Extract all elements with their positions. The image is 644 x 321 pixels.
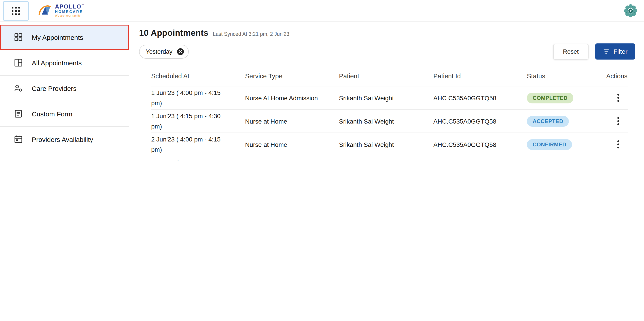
user-gear-icon [14, 83, 23, 93]
teal-flower-icon [623, 3, 638, 18]
sidebar-item-label: Providers Availability [32, 135, 93, 143]
sidebar-item-custom-form[interactable]: Custom Form [0, 101, 129, 127]
filter-chip-yesterday: Yesterday [139, 45, 188, 59]
status-badge: ACCEPTED [527, 116, 569, 127]
cell-actions [603, 116, 628, 127]
row-actions-menu-button[interactable] [614, 139, 622, 150]
table-row: 1 Jun'23 ( 4:15 pm - 4:30 pm) Nurse at H… [151, 110, 628, 133]
cell-status: COMPLETED [527, 93, 603, 103]
circle-x-icon [176, 48, 184, 55]
logo-tagline: We are your family [55, 15, 85, 18]
vertical-ellipsis-icon [617, 140, 620, 149]
cell-status: ACCEPTED [527, 116, 603, 127]
logo-mark-icon [38, 3, 52, 18]
cell-status: CONFIRMED [527, 139, 603, 150]
table-header-row: Scheduled At Service Type Patient Patien… [151, 66, 628, 86]
apollo-homecare-logo: APOLLO™ HOMECARE We are your family [38, 3, 85, 18]
column-header-service-type: Service Type [245, 73, 339, 80]
cell-scheduled-at: 1 Jun'23 ( 4:00 pm - 4:15 pm) [151, 88, 245, 108]
filter-button-label: Filter [614, 48, 628, 55]
cell-patient-id: AHC.C535A0GGTQ58 [433, 94, 527, 101]
sidebar-item-label: Care Providers [32, 84, 76, 92]
apps-grid-icon [12, 7, 20, 15]
main-content: 10 Appointments Last Synced At 3:21 pm, … [130, 22, 644, 161]
table-row: 2 Jun'23 ( 4:00 pm - 4:15 pm) Nurse at H… [151, 133, 628, 156]
sidebar-item-my-appointments[interactable]: My Appointments [0, 25, 129, 50]
cell-scheduled-at: 6 Jun'23 ( 11:00 am - 11:15 am) [151, 157, 245, 161]
chip-close-button[interactable] [176, 48, 184, 55]
apps-grid-button[interactable] [3, 1, 28, 21]
filter-lines-icon [603, 48, 610, 55]
cell-actions [603, 92, 628, 103]
document-form-icon [14, 109, 23, 119]
page-title: 10 Appointments [139, 28, 208, 38]
last-synced-text: Last Synced At 3:21 pm, 2 Jun'23 [213, 31, 289, 37]
sidebar-item-providers-availability[interactable]: Providers Availability [0, 127, 129, 152]
filter-chip-label: Yesterday [146, 48, 172, 55]
profile-ornament-button[interactable] [623, 3, 638, 18]
appointments-table: Scheduled At Service Type Patient Patien… [139, 66, 635, 161]
vertical-ellipsis-icon [617, 94, 620, 102]
cell-patient-id: AHC.C535A0GGTQ58 [433, 118, 527, 125]
sidebar-item-label: All Appointments [32, 59, 82, 67]
table-row: 6 Jun'23 ( 11:00 am - 11:15 am) Physio A… [151, 156, 628, 161]
logo-brand-text: APOLLO™ [55, 4, 85, 10]
sidebar-item-label: Custom Form [32, 110, 72, 118]
cell-patient: Srikanth Sai Weight [339, 141, 433, 148]
filter-button[interactable]: Filter [595, 44, 635, 60]
sidebar: My Appointments All Appointments Care Pr… [0, 22, 129, 161]
row-actions-menu-button[interactable] [614, 92, 622, 103]
column-header-actions: Actions [603, 73, 628, 80]
cell-actions [603, 139, 628, 150]
vertical-ellipsis-icon [617, 117, 620, 125]
cell-service-type: Nurse at Home [245, 118, 339, 125]
reset-button[interactable]: Reset [553, 44, 588, 59]
cell-service-type: Nurse At Home Admission [245, 94, 339, 101]
cell-scheduled-at: 1 Jun'23 ( 4:15 pm - 4:30 pm) [151, 111, 245, 131]
column-header-patient-id: Patient Id [433, 73, 527, 80]
logo-sub-text: HOMECARE [55, 10, 85, 14]
row-actions-menu-button[interactable] [614, 116, 622, 127]
sidebar-item-care-providers[interactable]: Care Providers [0, 76, 129, 101]
layout-panels-icon [14, 58, 23, 68]
cell-scheduled-at: 2 Jun'23 ( 4:00 pm - 4:15 pm) [151, 134, 245, 155]
app-window: APOLLO™ HOMECARE We are your family [0, 0, 644, 161]
cell-patient: Srikanth Sai Weight [339, 118, 433, 125]
cell-patient: Srikanth Sai Weight [339, 94, 433, 101]
column-header-scheduled-at: Scheduled At [151, 73, 245, 80]
cell-service-type: Nurse at Home [245, 141, 339, 148]
calendar-icon [14, 134, 23, 144]
sidebar-item-all-appointments[interactable]: All Appointments [0, 50, 129, 76]
status-badge: COMPLETED [527, 93, 573, 103]
status-badge: CONFIRMED [527, 139, 572, 150]
table-body: 1 Jun'23 ( 4:00 pm - 4:15 pm) Nurse At H… [151, 86, 628, 161]
dashboard-grid-icon [14, 32, 23, 42]
cell-patient-id: AHC.C535A0GGTQ58 [433, 141, 527, 148]
sidebar-item-label: My Appointments [32, 33, 83, 41]
table-row: 1 Jun'23 ( 4:00 pm - 4:15 pm) Nurse At H… [151, 86, 628, 110]
column-header-patient: Patient [339, 73, 433, 80]
topbar: APOLLO™ HOMECARE We are your family [0, 0, 644, 22]
column-header-status: Status [527, 73, 603, 80]
